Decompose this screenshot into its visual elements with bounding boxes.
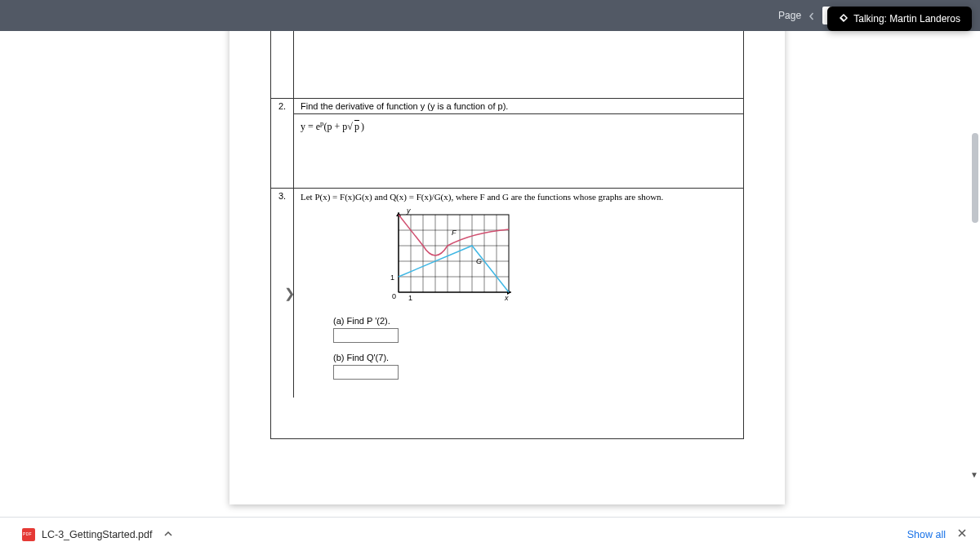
answer-a-input[interactable] [333, 328, 399, 343]
graph-container: y F G x 1 0 1 [301, 207, 737, 304]
question-prompt: Find the derivative of function y (y is … [294, 99, 743, 114]
talking-indicator[interactable]: Talking: Martin Landeros [827, 7, 972, 31]
worksheet-table: 2. Find the derivative of function y (y … [270, 31, 744, 439]
answer-a: (a) Find P '(2). [333, 316, 737, 343]
question-number: 2. [278, 101, 286, 111]
check-icon [839, 13, 849, 25]
answer-section: (a) Find P '(2). (b) Find Q'(7). [301, 316, 737, 380]
table-row [271, 31, 743, 98]
page-label: Page [778, 10, 801, 21]
table-row: 3. ❯ Let P(x) = F(x)G(x) and Q(x) = F(x)… [271, 188, 743, 398]
question-content-cell [294, 31, 743, 98]
question-number-cell: 3. ❯ [271, 189, 294, 398]
question-content-cell: Find the derivative of function y (y is … [294, 99, 743, 188]
xtick-1: 1 [408, 294, 412, 302]
close-icon[interactable] [957, 528, 967, 540]
downloads-bar: LC-3_GettingStarted.pdf Show all [0, 517, 980, 551]
pdf-icon [22, 528, 35, 541]
question-number: 3. [278, 191, 286, 201]
download-filename: LC-3_GettingStarted.pdf [42, 529, 153, 540]
function-graph: y F G x 1 0 1 [382, 207, 513, 304]
scrollbar-thumb[interactable] [972, 133, 978, 223]
curve-G-label: G [476, 257, 482, 265]
scroll-down-icon[interactable]: ▼ [970, 470, 978, 479]
question-content-cell: Let P(x) = F(x)G(x) and Q(x) = F(x)/G(x)… [294, 189, 743, 398]
curve-F-label: F [452, 229, 457, 237]
document-page: 2. Find the derivative of function y (y … [229, 31, 785, 504]
answer-b-input[interactable] [333, 365, 399, 380]
prev-page-icon[interactable] [808, 11, 816, 20]
axis-x-label: x [504, 294, 509, 302]
question-number-cell [271, 31, 294, 98]
question-math: y = ep(p + p√p) [301, 119, 737, 133]
axis-y-label: y [406, 207, 411, 215]
question-number-cell: 2. [271, 99, 294, 188]
table-row: 2. Find the derivative of function y (y … [271, 98, 743, 188]
chevron-up-icon[interactable] [164, 529, 172, 540]
ytick-1: 1 [390, 273, 394, 282]
download-item[interactable]: LC-3_GettingStarted.pdf [13, 524, 181, 545]
chevron-right-icon[interactable]: ❯ [284, 286, 295, 301]
question-prompt: Let P(x) = F(x)G(x) and Q(x) = F(x)/G(x)… [301, 192, 737, 202]
show-all-link[interactable]: Show all [907, 529, 946, 540]
answer-b: (b) Find Q'(7). [333, 353, 737, 380]
talking-text: Talking: Martin Landeros [853, 13, 960, 24]
origin-0: 0 [392, 292, 396, 300]
document-viewer: ▼ 2. Find the derivative of function y (… [0, 31, 980, 517]
